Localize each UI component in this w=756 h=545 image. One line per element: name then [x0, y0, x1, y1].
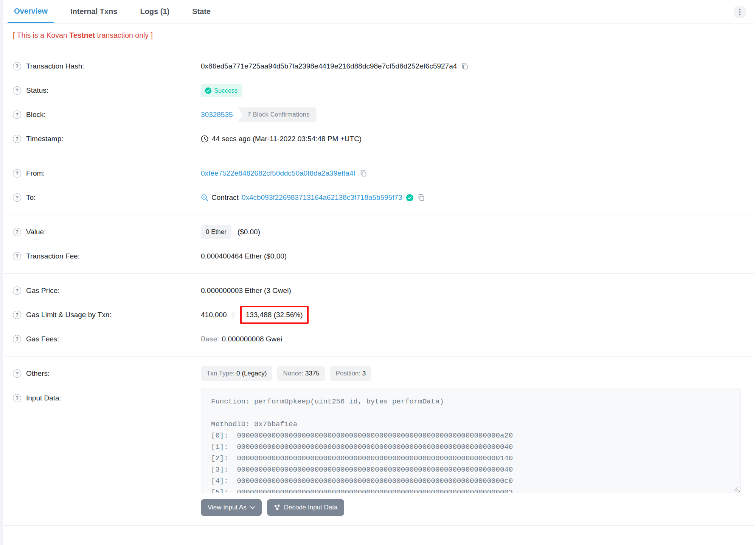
more-options-button[interactable]: ⋮ [734, 6, 746, 18]
copy-icon[interactable] [418, 194, 425, 201]
help-icon[interactable]: ? [13, 228, 21, 236]
zoom-in-icon[interactable] [201, 194, 208, 201]
row-transaction-fee: ?Transaction Fee: 0.000400464 Ether ($0.… [13, 244, 736, 268]
contract-prefix: Contract [211, 193, 239, 202]
view-input-as-label: View Input As [208, 504, 247, 511]
help-icon[interactable]: ? [13, 394, 21, 402]
from-address-link[interactable]: 0xfee7522e8482682cf50ddc50a0f8da2a39effa… [201, 169, 355, 178]
section-value: ?Value: 0 Ether ($0.00) ?Transaction Fee… [3, 215, 754, 273]
nonce-badge: Nonce: 3375 [277, 366, 325, 381]
annotation-highlight-box: 133,488 (32.56%) [240, 306, 309, 324]
row-label: Transaction Hash: [26, 62, 84, 70]
help-icon[interactable]: ? [13, 287, 21, 295]
row-gas-price: ?Gas Price: 0.000000003 Ether (3 Gwei) [13, 279, 736, 303]
transaction-hash-value: 0x86ed5a771e725aa94d5b7fa2398e4419e216d8… [201, 62, 457, 70]
help-icon[interactable]: ? [13, 311, 21, 319]
row-others: ?Others: Txn Type: 0 (Legacy) Nonce: 337… [13, 361, 736, 386]
help-icon[interactable]: ? [13, 169, 21, 178]
value-usd: ($0.00) [238, 228, 260, 236]
copy-icon[interactable] [360, 170, 367, 177]
check-circle-icon [205, 87, 211, 94]
view-input-as-button[interactable]: View Input As [201, 499, 262, 516]
input-data-content: Function: performUpkeep(uint256 id, byte… [201, 388, 740, 493]
row-label: Gas Fees: [26, 335, 59, 343]
row-label: To: [26, 193, 36, 202]
row-gas-fees: ?Gas Fees: Base: 0.000000008 Gwei [13, 327, 736, 351]
tab-internal-txns[interactable]: Internal Txns [64, 0, 124, 23]
row-to: ?To: Contract 0x4cb093f226983713164a6213… [13, 185, 736, 210]
row-label: From: [26, 169, 45, 178]
badge-key: Position: [336, 370, 362, 377]
section-others-input: ?Others: Txn Type: 0 (Legacy) Nonce: 337… [3, 357, 754, 525]
chevron-down-icon [250, 506, 255, 509]
row-label: Others: [26, 369, 50, 378]
to-address-link[interactable]: 0x4cb093f226983713164a62138c3f718a5b595f… [242, 193, 402, 202]
help-icon[interactable]: ? [13, 369, 21, 378]
position-badge: Position: 3 [330, 366, 371, 381]
decode-input-data-label: Decode Input Data [284, 504, 338, 511]
row-label: Gas Limit & Usage by Txn: [26, 311, 112, 319]
testnet-warning: [ This is a Kovan Testnet transaction on… [3, 23, 754, 49]
row-input-data: ?Input Data: Function: performUpkeep(uin… [13, 388, 736, 520]
help-icon[interactable]: ? [13, 111, 21, 119]
gas-limit-value: 410,000 [201, 311, 227, 319]
tab-logs[interactable]: Logs (1) [134, 0, 176, 23]
row-transaction-hash: ?Transaction Hash: 0x86ed5a771e725aa94d5… [13, 54, 736, 78]
status-text: Success [214, 87, 238, 94]
decode-molecule-icon [274, 504, 281, 511]
warning-prefix: [ This is a Kovan [13, 31, 69, 39]
status-badge: Success [201, 84, 242, 97]
tab-state[interactable]: State [186, 0, 217, 23]
badge-key: Txn Type: [206, 370, 236, 377]
input-data-textarea[interactable]: Function: performUpkeep(uint256 id, byte… [201, 388, 740, 493]
row-label: Value: [26, 228, 46, 236]
verified-check-icon [406, 194, 413, 201]
section-summary: ?Transaction Hash: 0x86ed5a771e725aa94d5… [3, 49, 754, 156]
transaction-card: Overview Internal Txns Logs (1) State ⋮ … [3, 0, 754, 545]
row-label: Block: [26, 111, 46, 119]
help-icon[interactable]: ? [13, 335, 21, 343]
tab-overview[interactable]: Overview [8, 0, 54, 23]
row-value: ?Value: 0 Ether ($0.00) [13, 220, 736, 244]
help-icon[interactable]: ? [13, 135, 21, 143]
gas-price-value: 0.000000003 Ether (3 Gwei) [201, 287, 291, 295]
txn-type-badge: Txn Type: 0 (Legacy) [201, 366, 272, 381]
timestamp-value: 44 secs ago (Mar-11-2022 03:54:48 PM +UT… [212, 135, 362, 143]
row-status: ?Status: Success [13, 78, 736, 103]
section-gas: ?Gas Price: 0.000000003 Ether (3 Gwei) ?… [3, 274, 754, 356]
gas-usage-value: 133,488 (32.56%) [246, 311, 303, 319]
row-label: Status: [26, 86, 48, 95]
block-confirmations-badge: 7 Block Confirmations [238, 107, 317, 122]
badge-value: 3375 [305, 370, 320, 377]
help-icon[interactable]: ? [13, 252, 21, 260]
section-addresses: ?From: 0xfee7522e8482682cf50ddc50a0f8da2… [3, 156, 754, 215]
copy-icon[interactable] [461, 62, 469, 70]
help-icon[interactable]: ? [13, 62, 21, 70]
warning-suffix: transaction only ] [95, 31, 153, 39]
row-label: Input Data: [26, 394, 61, 402]
row-label: Transaction Fee: [26, 252, 80, 260]
block-number-link[interactable]: 30328535 [201, 111, 233, 119]
badge-value: 3 [362, 370, 366, 377]
help-icon[interactable]: ? [13, 86, 21, 95]
clock-icon [201, 135, 208, 143]
transaction-fee-value: 0.000400464 Ether ($0.00) [201, 252, 287, 260]
badge-value: 0 (Legacy) [236, 370, 267, 377]
kebab-vertical-icon: ⋮ [736, 8, 744, 16]
row-from: ?From: 0xfee7522e8482682cf50ddc50a0f8da2… [13, 161, 736, 185]
decode-input-data-button[interactable]: Decode Input Data [267, 499, 345, 516]
badge-key: Nonce: [283, 370, 305, 377]
page-left-gutter [0, 0, 3, 545]
pipe-divider: | [232, 311, 234, 319]
input-actions: View Input As Decode Input Data [201, 499, 740, 516]
help-icon[interactable]: ? [13, 193, 21, 202]
gas-fees-base-value: 0.000000008 Gwei [222, 335, 283, 343]
row-label: Gas Price: [26, 287, 60, 295]
row-timestamp: ?Timestamp: 44 secs ago (Mar-11-2022 03:… [13, 127, 736, 151]
row-label: Timestamp: [26, 135, 64, 143]
warning-bold: Testnet [69, 31, 95, 39]
section-divider [3, 525, 754, 526]
tab-bar: Overview Internal Txns Logs (1) State ⋮ [3, 0, 754, 23]
gas-fees-base-label: Base: [201, 335, 219, 343]
resize-handle-icon[interactable] [733, 486, 738, 491]
